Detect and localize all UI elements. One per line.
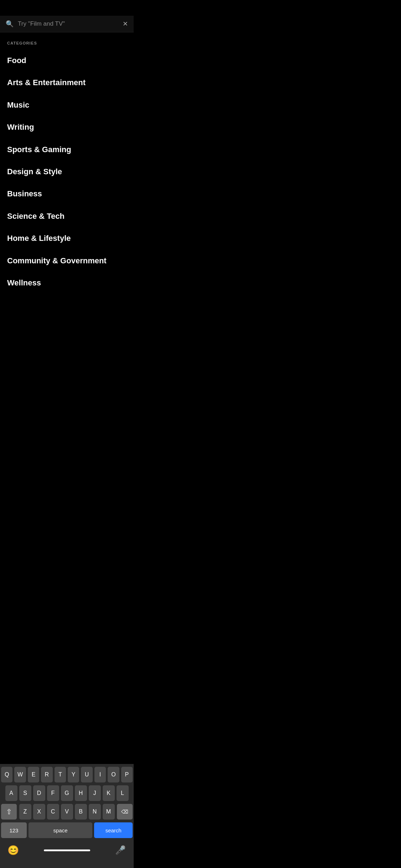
keyboard-row-4: 123 space search <box>1 822 133 838</box>
home-indicator <box>44 849 90 851</box>
categories-label: CATEGORIES <box>0 41 134 50</box>
key-o[interactable]: O <box>108 767 119 782</box>
category-item-science-tech[interactable]: Science & Tech <box>0 205 134 227</box>
category-item-sports-gaming[interactable]: Sports & Gaming <box>0 139 134 161</box>
key-p[interactable]: P <box>121 767 133 782</box>
key-e[interactable]: E <box>28 767 39 782</box>
key-s[interactable]: S <box>19 785 31 801</box>
space-key[interactable]: space <box>29 822 93 838</box>
key-q[interactable]: Q <box>1 767 12 782</box>
key-j[interactable]: J <box>89 785 101 801</box>
key-u[interactable]: U <box>81 767 92 782</box>
categories-list: FoodArts & EntertainmentMusicWritingSpor… <box>0 50 134 294</box>
key-c[interactable]: C <box>47 804 59 820</box>
key-n[interactable]: N <box>89 804 101 820</box>
key-k[interactable]: K <box>103 785 115 801</box>
keyboard-row-2: ASDFGHJKL <box>1 785 133 801</box>
keyboard-bottom-row: 😊 🎤 <box>1 841 133 867</box>
key-d[interactable]: D <box>33 785 45 801</box>
key-t[interactable]: T <box>55 767 66 782</box>
search-icon: 🔍 <box>6 20 14 28</box>
key-y[interactable]: Y <box>68 767 79 782</box>
shift-key[interactable]: ⇧ <box>1 804 17 820</box>
key-w[interactable]: W <box>14 767 26 782</box>
category-item-arts-entertainment[interactable]: Arts & Entertainment <box>0 72 134 94</box>
category-item-wellness[interactable]: Wellness <box>0 272 134 294</box>
category-item-business[interactable]: Business <box>0 183 134 205</box>
search-input[interactable] <box>18 20 118 27</box>
keyboard: QWERTYUIOP ASDFGHJKL ⇧ ZXCVBNM ⌫ 123 spa… <box>0 764 134 868</box>
key-m[interactable]: M <box>103 804 115 820</box>
mic-button[interactable]: 🎤 <box>113 842 128 858</box>
key-v[interactable]: V <box>61 804 73 820</box>
numbers-key[interactable]: 123 <box>1 822 27 838</box>
backspace-key[interactable]: ⌫ <box>117 804 133 820</box>
emoji-button[interactable]: 😊 <box>5 842 21 858</box>
categories-section: CATEGORIES FoodArts & EntertainmentMusic… <box>0 32 134 294</box>
search-key[interactable]: search <box>94 822 133 838</box>
clear-icon[interactable]: ✕ <box>123 20 128 28</box>
category-item-home-lifestyle[interactable]: Home & Lifestyle <box>0 227 134 249</box>
category-item-community-government[interactable]: Community & Government <box>0 250 134 272</box>
key-x[interactable]: X <box>33 804 45 820</box>
category-item-music[interactable]: Music <box>0 94 134 116</box>
search-bar: 🔍 ✕ <box>0 16 134 32</box>
key-r[interactable]: R <box>41 767 52 782</box>
category-item-food[interactable]: Food <box>0 50 134 72</box>
category-item-design-style[interactable]: Design & Style <box>0 161 134 183</box>
key-b[interactable]: B <box>75 804 87 820</box>
category-item-writing[interactable]: Writing <box>0 116 134 138</box>
key-a[interactable]: A <box>5 785 17 801</box>
key-z[interactable]: Z <box>19 804 31 820</box>
keyboard-row-1: QWERTYUIOP <box>1 767 133 782</box>
key-g[interactable]: G <box>61 785 73 801</box>
key-i[interactable]: I <box>94 767 106 782</box>
key-f[interactable]: F <box>47 785 59 801</box>
key-h[interactable]: H <box>75 785 87 801</box>
key-l[interactable]: L <box>117 785 129 801</box>
keyboard-row-3: ⇧ ZXCVBNM ⌫ <box>1 804 133 820</box>
